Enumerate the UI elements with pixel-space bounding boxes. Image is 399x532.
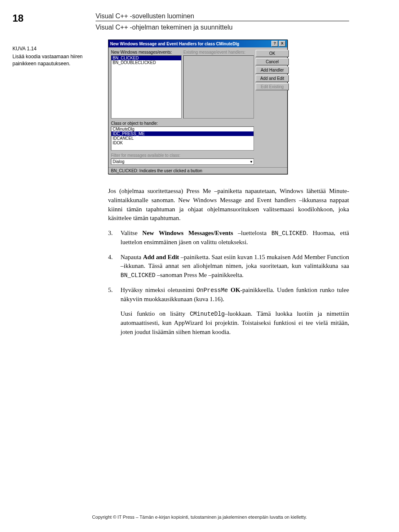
ok-button[interactable]: OK: [256, 50, 289, 57]
step-3: 3. Valitse New Windows Messages/Events –…: [108, 229, 349, 247]
header-title-1: Visual C++ -sovellusten luominen: [96, 12, 349, 20]
class-listbox[interactable]: CMinuteDlg IDC_PRESS_ME IDCANCEL IDOK: [111, 126, 254, 151]
existing-listbox: [183, 55, 254, 119]
list-item[interactable]: CMinuteDlg: [111, 127, 254, 131]
list-item[interactable]: IDOK: [111, 141, 254, 145]
caption-text: Lisää koodia vastaamaan hiiren painikkee…: [12, 53, 87, 67]
dialog-statusbar: BN_CLICKED: Indicates the user clicked a…: [108, 167, 287, 174]
list-item[interactable]: IDCANCEL: [111, 136, 254, 141]
closing-paragraph: Uusi funktio on lisätty CMinuteDlg–luokk…: [108, 309, 349, 337]
edit-existing-button: Edit Existing: [256, 83, 289, 90]
footer-copyright: Copyright © IT Press – Tämän e-kirjan ko…: [0, 515, 399, 520]
list-item[interactable]: BN_CLICKED: [111, 56, 181, 60]
step-5: 5. Hyväksy nimeksi oletusnimi OnPressMe …: [108, 286, 349, 304]
dialog-window: New Windows Message and Event Handlers f…: [108, 40, 288, 174]
filter-value: Dialog: [113, 159, 124, 164]
chevron-down-icon: ▾: [250, 159, 252, 164]
intro-paragraph: Jos (ohjelmaa suoritettaessa) Press Me –…: [108, 187, 349, 223]
close-icon[interactable]: X: [279, 41, 286, 47]
help-icon[interactable]: ?: [271, 41, 278, 47]
header-divider: [96, 21, 349, 21]
label-messages: New Windows messages/events:: [111, 50, 182, 54]
list-item[interactable]: IDC_PRESS_ME: [111, 131, 254, 136]
list-item[interactable]: BN_DOUBLECLICKED: [111, 60, 181, 65]
caption-label: KUVA 1.14: [12, 45, 87, 52]
label-filter: Filter for messages available to class:: [111, 153, 254, 158]
messages-listbox[interactable]: BN_CLICKED BN_DOUBLECLICKED: [111, 55, 182, 119]
label-existing: Existing message/event handlers:: [183, 50, 254, 54]
label-class: Class or object to handle:: [111, 121, 254, 126]
add-handler-button[interactable]: Add Handler: [256, 67, 289, 74]
page-number: 18: [12, 12, 96, 24]
cancel-button[interactable]: Cancel: [256, 58, 289, 65]
body-text: Jos (ohjelmaa suoritettaessa) Press Me –…: [108, 187, 349, 337]
figure-caption: KUVA 1.14 Lisää koodia vastaamaan hiiren…: [12, 45, 87, 67]
dialog-title: New Windows Message and Event Handlers f…: [110, 42, 271, 46]
add-and-edit-button[interactable]: Add and Edit: [256, 75, 289, 82]
dialog-titlebar: New Windows Message and Event Handlers f…: [108, 40, 287, 47]
step-4: 4. Napauta Add and Edit –painiketta. Saa…: [108, 253, 349, 280]
header-title-2: Visual C++ -ohjelman tekeminen ja suunni…: [96, 24, 349, 31]
filter-dropdown[interactable]: Dialog ▾: [111, 158, 254, 165]
